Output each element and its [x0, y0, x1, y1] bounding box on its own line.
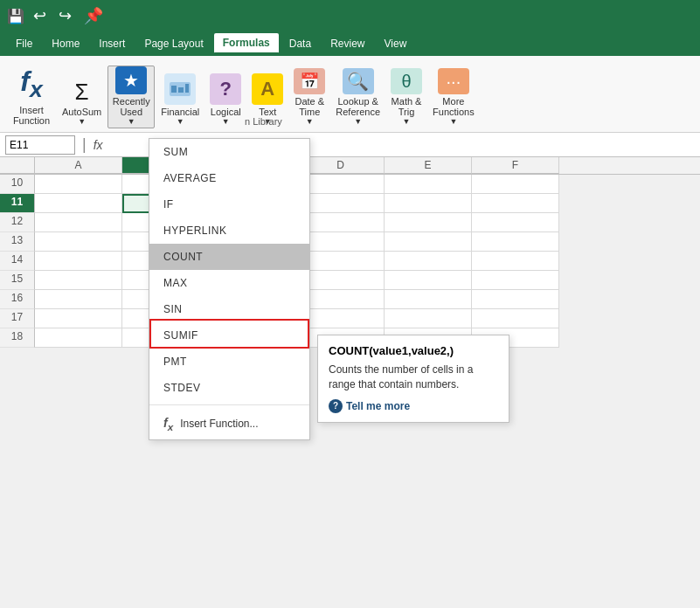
financial-button[interactable]: Financial ▼	[156, 66, 204, 128]
col-header-e: E	[385, 157, 472, 174]
row-header-16: 16	[0, 290, 35, 309]
cell-a17[interactable]	[35, 309, 122, 328]
cell-e13[interactable]	[385, 232, 472, 252]
undo-button[interactable]: ↩	[30, 6, 50, 25]
table-row: 11	[0, 194, 700, 213]
row-header-11: 11	[0, 194, 35, 213]
col-header-d: D	[297, 157, 385, 174]
cell-e12[interactable]	[385, 213, 472, 232]
title-bar: 💾 ↩ ↪ 📌	[0, 0, 700, 31]
datetime-icon: 📅	[294, 68, 325, 94]
function-tooltip: COUNT(value1,value2,) Counts the number …	[317, 335, 509, 423]
logical-button[interactable]: ? Logical ▼	[205, 66, 246, 128]
cell-a18[interactable]	[35, 328, 122, 348]
lookup-label: Lookup &Reference	[336, 96, 380, 117]
formula-bar: | fx	[0, 133, 700, 157]
table-row: 12	[0, 213, 700, 232]
cell-d11[interactable]	[297, 194, 385, 213]
menu-bar: File Home Insert Page Layout Formulas Da…	[0, 31, 700, 56]
menu-file[interactable]: File	[7, 34, 41, 53]
cell-e17[interactable]	[385, 309, 472, 328]
save-icon[interactable]: 💾	[7, 8, 24, 24]
cell-f14[interactable]	[472, 252, 559, 271]
cell-a16[interactable]	[35, 290, 122, 309]
recently-used-button[interactable]: ★ RecentlyUsed ▼	[107, 66, 155, 128]
cell-f12[interactable]	[472, 213, 559, 232]
autosum-button[interactable]: Σ AutoSum ▼	[58, 66, 106, 128]
lookup-button[interactable]: 🔍 Lookup &Reference ▼	[331, 66, 385, 128]
menu-view[interactable]: View	[376, 34, 416, 53]
cell-a10[interactable]	[35, 175, 122, 194]
cell-a14[interactable]	[35, 252, 122, 271]
recently-used-dropdown: SUM AVERAGE IF HYPERLINK COUNT MAX SIN S…	[149, 138, 310, 440]
dropdown-item-sum[interactable]: SUM	[149, 139, 309, 165]
menu-formulas[interactable]: Formulas	[214, 33, 279, 54]
more-functions-button[interactable]: ··· MoreFunctions ▼	[428, 66, 479, 128]
fx-label: fx	[94, 138, 103, 152]
more-label: MoreFunctions	[433, 96, 475, 117]
dropdown-item-sumif[interactable]: SUMIF	[149, 322, 309, 349]
math-button[interactable]: θ Math &Trig ▼	[386, 66, 426, 128]
dropdown-item-stdev[interactable]: STDEV	[149, 375, 309, 401]
cell-e16[interactable]	[385, 290, 472, 309]
menu-insert[interactable]: Insert	[90, 34, 134, 53]
dropdown-item-count[interactable]: COUNT	[149, 244, 309, 270]
cell-f15[interactable]	[472, 271, 559, 290]
row-header-12: 12	[0, 213, 35, 232]
tooltip-title: COUNT(value1,value2,)	[329, 344, 498, 357]
cell-a11[interactable]	[35, 194, 122, 213]
cell-f13[interactable]	[472, 232, 559, 252]
dropdown-item-average[interactable]: AVERAGE	[149, 165, 309, 191]
menu-page-layout[interactable]: Page Layout	[135, 34, 211, 53]
cell-d13[interactable]	[297, 232, 385, 252]
dropdown-item-pmt[interactable]: PMT	[149, 349, 309, 375]
formula-separator: |	[82, 135, 87, 154]
datetime-button[interactable]: 📅 Date &Time ▼	[289, 66, 329, 128]
financial-icon	[164, 73, 196, 105]
cell-d17[interactable]	[297, 309, 385, 328]
cell-e15[interactable]	[385, 271, 472, 290]
row-header-14: 14	[0, 252, 35, 271]
dropdown-item-max[interactable]: MAX	[149, 270, 309, 296]
dropdown-insert-label: Insert Function...	[180, 418, 258, 430]
cell-f17[interactable]	[472, 309, 559, 328]
cell-d16[interactable]	[297, 290, 385, 309]
dropdown-divider	[149, 404, 309, 405]
cell-a15[interactable]	[35, 271, 122, 290]
dropdown-fx-icon: fx	[163, 416, 173, 432]
cell-d15[interactable]	[297, 271, 385, 290]
table-row: 15	[0, 271, 700, 290]
cell-e14[interactable]	[385, 252, 472, 271]
recently-used-label: RecentlyUsed	[113, 96, 150, 117]
dropdown-item-sin[interactable]: SIN	[149, 296, 309, 322]
math-icon: θ	[391, 68, 422, 94]
tooltip-tell-me-more[interactable]: ? Tell me more	[329, 399, 498, 413]
row-header-15: 15	[0, 271, 35, 290]
cell-e10[interactable]	[385, 175, 472, 194]
dropdown-item-if[interactable]: IF	[149, 191, 309, 218]
name-box[interactable]	[5, 135, 75, 155]
insert-function-button[interactable]: fx InsertFunction	[7, 66, 56, 128]
row-header-10: 10	[0, 175, 35, 194]
cell-a12[interactable]	[35, 213, 122, 232]
cell-d10[interactable]	[297, 175, 385, 194]
tooltip-description: Counts the number of cells in a range th…	[329, 363, 498, 392]
redo-button[interactable]: ↪	[55, 6, 75, 25]
cell-f10[interactable]	[472, 175, 559, 194]
dropdown-insert-function[interactable]: fx Insert Function...	[149, 409, 309, 439]
cell-f16[interactable]	[472, 290, 559, 309]
menu-review[interactable]: Review	[322, 34, 373, 53]
spreadsheet: A B C D E F 10 11 12 13	[0, 157, 700, 348]
cell-d14[interactable]	[297, 252, 385, 271]
cell-f11[interactable]	[472, 194, 559, 213]
menu-home[interactable]: Home	[43, 34, 88, 53]
datetime-label: Date &Time	[295, 96, 324, 117]
autosum-icon: Σ	[75, 80, 89, 103]
row-header-17: 17	[0, 309, 35, 328]
dropdown-item-hyperlink[interactable]: HYPERLINK	[149, 218, 309, 244]
cell-a13[interactable]	[35, 232, 122, 252]
menu-data[interactable]: Data	[281, 34, 320, 53]
cell-d12[interactable]	[297, 213, 385, 232]
cell-e11[interactable]	[385, 194, 472, 213]
pin-button[interactable]: 📌	[80, 6, 107, 25]
